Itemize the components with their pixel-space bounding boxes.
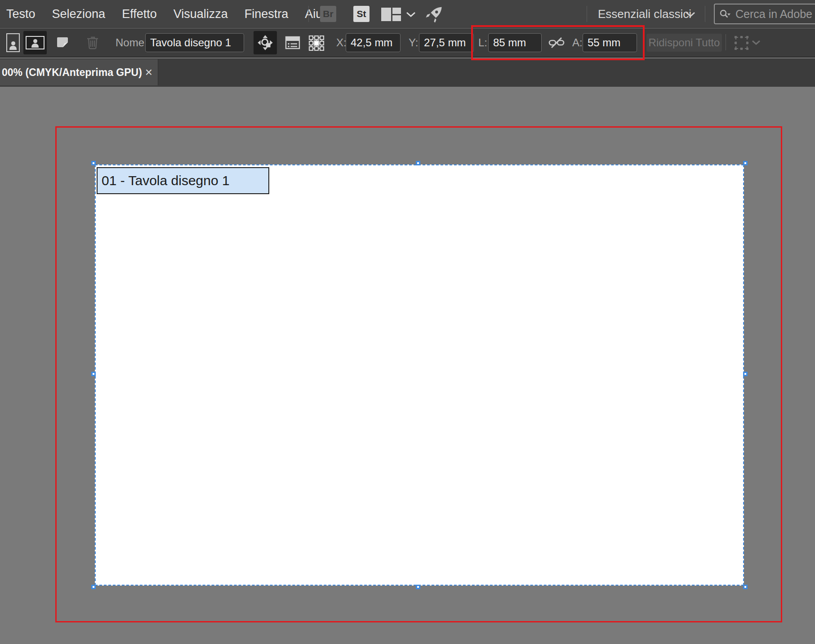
artboard-control-bar: Nome: xyxy=(0,28,815,58)
document-tab-bar: 00% (CMYK/Anteprima GPU) × xyxy=(0,58,815,87)
chevron-down-icon[interactable] xyxy=(752,40,761,45)
arrange-documents-icon[interactable] xyxy=(381,8,401,21)
resize-handle-bottom-left[interactable] xyxy=(91,585,96,589)
bridge-button[interactable]: Br xyxy=(320,6,336,22)
new-artboard-icon xyxy=(55,36,70,50)
y-label: Y: xyxy=(409,28,418,57)
divider xyxy=(705,6,705,22)
canvas-area[interactable]: 01 - Tavola disegno 1 xyxy=(0,87,815,644)
constrain-proportions-button[interactable] xyxy=(547,35,566,51)
document-tab-title: 00% (CMYK/Anteprima GPU) xyxy=(0,67,142,79)
divider xyxy=(726,34,726,50)
trash-icon xyxy=(86,36,99,50)
rearrange-all-button[interactable]: Ridisponi Tutto xyxy=(646,34,722,52)
close-icon[interactable]: × xyxy=(145,66,152,79)
artboard-options-icon xyxy=(285,36,300,49)
document-tab[interactable]: 00% (CMYK/Anteprima GPU) × xyxy=(0,59,158,85)
landscape-orientation-button[interactable] xyxy=(23,31,47,54)
move-crosshair-icon xyxy=(257,35,273,51)
resize-handle-top-left[interactable] xyxy=(91,161,96,165)
menu-finestra[interactable]: Finestra xyxy=(245,7,289,21)
y-input[interactable] xyxy=(419,33,474,52)
artboard-preset-icon[interactable] xyxy=(735,37,748,49)
link-broken-icon xyxy=(548,36,565,49)
menu-testo[interactable]: Testo xyxy=(6,7,36,21)
resize-handle-bottom-middle[interactable] xyxy=(416,585,420,589)
reference-point-grid-icon xyxy=(308,35,325,51)
delete-artboard-button[interactable] xyxy=(84,34,102,52)
divider xyxy=(308,6,309,22)
adobe-stock-search[interactable] xyxy=(714,4,815,24)
resize-handle-top-middle[interactable] xyxy=(416,161,420,165)
landscape-artboard-icon xyxy=(26,36,45,49)
x-input[interactable] xyxy=(346,33,401,52)
artboard-selection-border xyxy=(95,164,744,586)
search-input[interactable] xyxy=(735,7,815,21)
reference-point-button[interactable] xyxy=(307,34,326,53)
resize-handle-bottom-right[interactable] xyxy=(743,585,748,589)
menu-visualizza[interactable]: Visualizza xyxy=(174,7,228,21)
gpu-performance-rocket-icon[interactable] xyxy=(424,5,444,24)
stock-button[interactable]: St xyxy=(353,6,370,22)
artboard-name-input[interactable] xyxy=(145,33,244,52)
search-icon xyxy=(719,9,731,19)
move-artboard-button[interactable] xyxy=(254,31,277,54)
x-label: X: xyxy=(336,28,347,57)
chevron-down-icon[interactable] xyxy=(686,12,695,18)
height-label: A: xyxy=(572,28,583,57)
portrait-artboard-icon xyxy=(6,33,20,52)
resize-handle-top-right[interactable] xyxy=(743,161,748,165)
resize-handle-middle-left[interactable] xyxy=(91,372,96,376)
menu-items: Testo Seleziona Effetto Visualizza Fines… xyxy=(6,0,333,28)
width-input[interactable] xyxy=(488,33,542,52)
menu-effetto[interactable]: Effetto xyxy=(122,7,157,21)
height-input[interactable] xyxy=(583,33,637,52)
menu-seleziona[interactable]: Seleziona xyxy=(52,7,106,21)
workspace-switcher[interactable]: Essenziali classici xyxy=(598,0,691,28)
new-artboard-button[interactable] xyxy=(53,34,72,52)
divider xyxy=(587,6,587,22)
resize-handle-middle-right[interactable] xyxy=(743,372,748,376)
name-label: Nome: xyxy=(116,28,147,57)
chevron-down-icon[interactable] xyxy=(406,12,416,18)
portrait-orientation-button[interactable] xyxy=(3,31,23,54)
artboard[interactable]: 01 - Tavola disegno 1 xyxy=(95,164,744,586)
artboard-options-button[interactable] xyxy=(283,35,302,51)
artboard-name-tag[interactable]: 01 - Tavola disegno 1 xyxy=(97,167,269,194)
width-label: L: xyxy=(478,28,487,57)
menu-bar: Testo Seleziona Effetto Visualizza Fines… xyxy=(0,0,815,28)
